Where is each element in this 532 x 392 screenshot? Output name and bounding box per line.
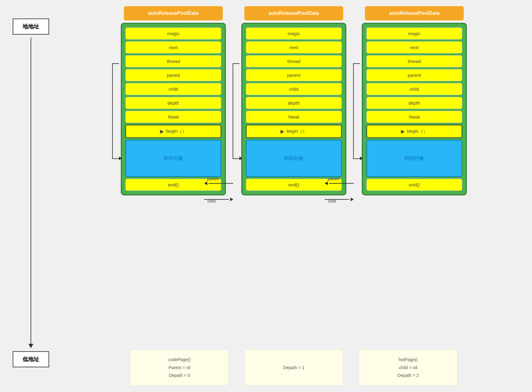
info-3-line1: hotPage()	[365, 356, 451, 364]
pool-3-begin: ▶ begin（）	[366, 125, 462, 138]
child-label-3: child	[328, 199, 336, 203]
arrow-line	[31, 38, 31, 344]
info-2-line1: Depath = 1	[283, 364, 305, 372]
arrow-head	[28, 344, 33, 348]
pool-1-parent: parent	[125, 69, 221, 81]
pool-2-header: autoReleasePoolData	[244, 6, 343, 20]
high-address-box: 地地址	[13, 19, 49, 35]
parent-arrow-2: parent	[204, 181, 233, 185]
info-box-3: hotPage() child = nil Depath = 2	[359, 349, 458, 386]
pool-2-hiwat: hiwat	[246, 111, 342, 123]
pool-2-child: child	[246, 83, 342, 95]
pool-2-depth: depth	[246, 97, 342, 109]
info-box-2: Depath = 1	[244, 349, 343, 386]
pool-2-magic: magic	[246, 27, 342, 40]
info-1-line2: Parent = nil	[137, 364, 222, 372]
pool-3-header: autoReleasePoolData	[365, 6, 464, 20]
pool-1-blue: 销毁对象	[125, 140, 221, 177]
pool-2-thread: thread	[246, 55, 342, 67]
begin-arrow-2	[239, 156, 243, 160]
pool-3-depth: depth	[366, 97, 462, 109]
pool-1-thread: thread	[125, 55, 221, 67]
pool-3-child: child	[366, 83, 462, 95]
pool-1-next: next	[125, 41, 221, 53]
pool-2-next: next	[246, 41, 342, 53]
next-bracket-3	[353, 63, 360, 159]
pool-2-body: magic next thread parent child depth hiw…	[241, 23, 346, 195]
parent-label-3: parent	[328, 177, 339, 181]
pool-3-next: next	[366, 41, 462, 53]
pool-2-begin: ▶ begin（）	[246, 125, 342, 138]
pool-2-blue: 销毁对象	[246, 140, 342, 177]
pools-row: autoReleasePoolData magic next thread pa…	[65, 6, 523, 342]
low-address-label: 低地址	[23, 356, 39, 362]
parent-label-2: parent	[207, 177, 219, 181]
next-bracket-2	[233, 63, 239, 159]
pool-1-body: magic next thread parent child depth hiw…	[121, 23, 226, 195]
pool-1-header: autoReleasePoolData	[124, 6, 223, 20]
pool-3-hiwat: hiwat	[366, 111, 462, 123]
left-column: 地地址 低地址	[0, 0, 62, 392]
child-arrow-2: child	[204, 198, 233, 201]
begin-arrow-3	[360, 156, 363, 160]
parent-arrow-3: parent	[325, 181, 354, 185]
page-container: 地地址 低地址	[0, 0, 532, 392]
pool-1: autoReleasePoolData magic next thread pa…	[121, 6, 226, 195]
child-arrow-3: child	[325, 198, 354, 201]
address-arrow	[28, 38, 33, 348]
pool-3-blue: 销毁对象	[366, 140, 462, 177]
info-3-line3: Depath = 2	[365, 372, 451, 379]
info-1-line3: Depath = 0	[137, 372, 222, 379]
low-address-box: 低地址	[13, 351, 49, 367]
pool-3-parent: parent	[366, 69, 462, 81]
info-3-line2: child = nil	[365, 364, 451, 372]
next-bracket-1	[112, 63, 119, 159]
pool-2-parent: parent	[246, 69, 342, 81]
pool-2: parent child autoReleasePoolData magic n…	[241, 6, 346, 195]
pool-1-hiwat: hiwat	[125, 111, 221, 123]
pool-1-begin: ▶ begin（）	[125, 125, 221, 138]
pool-1-magic: magic	[125, 27, 221, 40]
pool-3-end: end()	[366, 179, 462, 191]
pool-3-body: magic next thread parent child depth hiw…	[362, 23, 467, 195]
pool-1-child: child	[125, 83, 221, 95]
info-boxes-row: codePage() Parent = nil Depath = 0 Depat…	[65, 342, 523, 386]
pool-1-depth: depth	[125, 97, 221, 109]
high-address-label: 地地址	[23, 23, 39, 30]
pool-3-magic: magic	[366, 27, 462, 40]
pool-3: parent child autoReleasePoolData magic n…	[362, 6, 467, 195]
begin-arrow-1	[119, 156, 122, 160]
pool-3-thread: thread	[366, 55, 462, 67]
child-label-2: child	[207, 199, 216, 203]
info-1-line1: codePage()	[137, 356, 222, 364]
info-box-1: codePage() Parent = nil Depath = 0	[130, 349, 229, 386]
